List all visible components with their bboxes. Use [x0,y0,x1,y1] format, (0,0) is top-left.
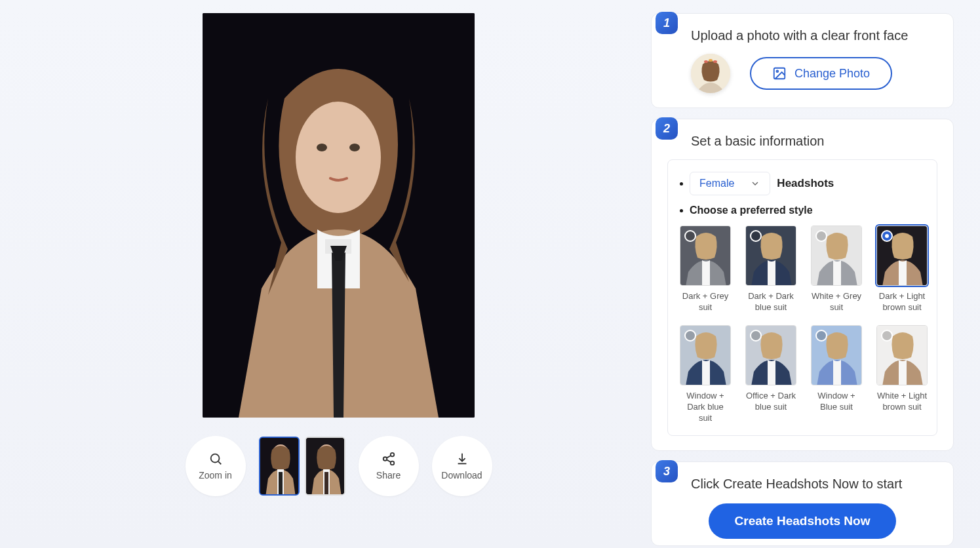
style-caption: White + Grey suit [811,291,862,313]
radio-indicator [815,330,827,342]
headshots-label: Headshots [777,177,834,190]
thumbnail-2[interactable] [305,437,345,496]
style-thumbnail [680,325,731,385]
thumbnail-1[interactable] [259,437,300,496]
preview-image [203,13,475,418]
svg-point-4 [349,144,360,151]
svg-point-6 [210,454,219,463]
step-2-card: 2 Set a basic information Female Headsho… [651,119,954,451]
svg-point-29 [776,70,778,72]
svg-point-27 [713,60,717,63]
preview-thumbnails [259,437,345,496]
style-option-3[interactable]: Dark + Light brown suit [876,225,928,313]
radio-indicator [881,330,893,342]
step-1-title: Upload a photo with a clear front face [691,28,937,43]
style-option-0[interactable]: Dark + Grey suit [680,225,731,313]
download-label: Download [441,470,482,480]
style-thumbnail [811,225,862,286]
style-caption: Dark + Light brown suit [876,291,928,313]
step-2-badge: 2 [656,117,678,140]
svg-point-16 [390,453,394,457]
style-option-1[interactable]: Dark + Dark blue suit [745,225,796,313]
radio-indicator [750,330,762,342]
svg-line-7 [218,461,221,464]
svg-rect-11 [279,472,283,496]
image-icon [772,66,787,81]
style-thumbnail [876,325,928,385]
radio-indicator [881,230,893,242]
style-option-6[interactable]: Window + Blue suit [811,325,862,424]
svg-point-25 [704,60,708,63]
style-caption: Dark + Dark blue suit [745,291,796,313]
bullet-icon [680,182,683,186]
create-headshots-button[interactable]: Create Headshots Now [709,503,897,539]
step-1-badge: 1 [656,12,678,34]
style-caption: Office + Dark blue suit [745,391,796,413]
svg-point-3 [317,144,327,151]
svg-point-18 [390,461,394,465]
style-caption: Window + Dark blue suit [680,391,731,424]
change-photo-label: Change Photo [794,67,870,81]
zoom-icon [208,452,223,466]
radio-indicator [684,330,696,342]
bullet-icon [680,209,683,212]
style-option-4[interactable]: Window + Dark blue suit [680,325,731,424]
svg-point-17 [383,457,387,461]
step-3-card: 3 Click Create Headshots Now to start Cr… [651,461,954,546]
zoom-in-button[interactable]: Zoom in [186,436,246,496]
share-label: Share [376,470,401,480]
change-photo-button[interactable]: Change Photo [750,57,892,90]
gender-selected-value: Female [699,178,734,189]
style-thumbnail [680,225,731,286]
preview-toolbar: Zoom in [186,436,492,496]
style-thumbnail [745,225,796,286]
preview-panel: Zoom in [26,13,651,535]
step-1-card: 1 Upload a photo with a clear front face [651,13,954,108]
settings-panel: 1 Upload a photo with a clear front face [651,13,954,535]
style-section-label: Choose a preferred style [690,205,813,216]
style-option-7[interactable]: White + Light brown suit [876,325,928,424]
style-option-5[interactable]: Office + Dark blue suit [745,325,796,424]
radio-indicator [684,230,696,242]
style-caption: White + Light brown suit [876,391,928,413]
style-grid: Dark + Grey suit Dark + Dark blue suit W… [680,225,925,423]
uploaded-photo-avatar [691,54,730,93]
chevron-down-icon [750,178,760,189]
gender-dropdown[interactable]: Female [690,172,770,195]
radio-indicator [750,230,762,242]
svg-point-26 [709,59,713,62]
svg-point-2 [296,102,381,213]
svg-rect-15 [324,472,328,496]
step-3-badge: 3 [656,460,678,482]
share-icon [382,452,396,466]
style-thumbnail [745,325,796,385]
radio-indicator [815,230,827,242]
download-button[interactable]: Download [432,436,492,496]
download-icon [455,452,469,466]
style-thumbnail [811,325,862,385]
style-thumbnail [876,225,928,286]
style-caption: Window + Blue suit [811,391,862,413]
zoom-label: Zoom in [199,470,232,480]
share-button[interactable]: Share [359,436,419,496]
step-3-title: Click Create Headshots Now to start [691,477,937,492]
svg-line-20 [386,460,390,462]
style-caption: Dark + Grey suit [680,291,731,313]
style-option-2[interactable]: White + Grey suit [811,225,862,313]
svg-line-19 [386,456,390,458]
step-2-title: Set a basic information [691,134,937,149]
step-2-inner: Female Headshots Choose a preferred styl… [667,159,937,436]
